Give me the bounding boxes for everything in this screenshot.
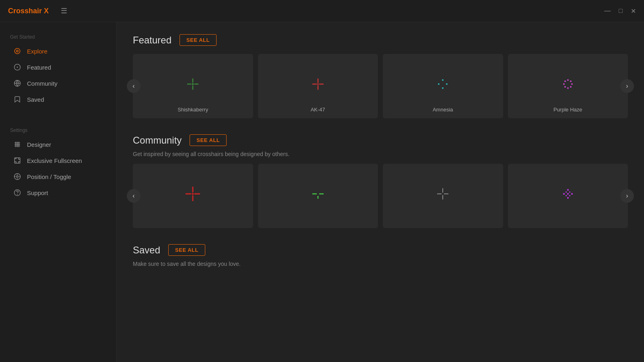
featured-see-all-button[interactable]: SEE ALL (180, 34, 217, 46)
svg-point-40 (571, 83, 573, 85)
community-title: Community (133, 135, 182, 146)
svg-rect-65 (566, 195, 567, 196)
svg-rect-58 (567, 189, 569, 191)
sidebar-item-label: Position / Toggle (27, 173, 71, 180)
window-controls: — □ ✕ (604, 7, 636, 15)
community-prev-button[interactable]: ‹ (127, 189, 140, 203)
maximize-button[interactable]: □ (619, 7, 623, 14)
saved-see-all-button[interactable]: SEE ALL (168, 244, 205, 256)
close-button[interactable]: ✕ (631, 7, 636, 15)
sidebar-item-label: Featured (27, 64, 51, 71)
svg-point-41 (564, 80, 566, 82)
featured-card-ak47[interactable]: AK-47 (258, 54, 378, 118)
titlebar: Crosshair X ☰ — □ ✕ (0, 0, 644, 22)
sidebar-item-label: Exclusive Fullscreen (27, 157, 82, 164)
sidebar-item-label: Designer (27, 141, 51, 148)
featured-card-purple-haze[interactable]: Purple Haze (508, 54, 628, 118)
sidebar-item-label: Support (27, 189, 48, 196)
svg-point-3 (17, 67, 18, 68)
featured-next-button[interactable]: › (620, 79, 634, 93)
featured-card-amnesia[interactable]: Amnesia (383, 54, 503, 118)
featured-card-shishkaberry[interactable]: Shishkaberry (133, 54, 253, 118)
svg-rect-59 (567, 197, 569, 199)
card-label: AK-47 (311, 107, 325, 113)
sidebar-item-label: Saved (27, 96, 44, 103)
svg-point-43 (564, 86, 566, 88)
get-started-label: Get Started (0, 30, 116, 43)
support-icon (13, 189, 21, 197)
designer-icon (13, 140, 21, 148)
position-icon (13, 173, 21, 181)
featured-icon (13, 63, 21, 71)
svg-point-14 (17, 176, 19, 178)
svg-point-35 (438, 83, 440, 85)
app-title: Crosshair X (8, 7, 49, 15)
featured-title: Featured (133, 35, 171, 46)
svg-rect-64 (569, 191, 570, 193)
svg-point-20 (17, 194, 18, 194)
community-description: Get inspired by seeing all crosshairs be… (133, 151, 628, 157)
svg-rect-60 (563, 193, 565, 195)
main-content: Featured SEE ALL ‹ Shishkaberry (117, 22, 644, 362)
svg-point-44 (570, 86, 572, 88)
explore-icon (13, 47, 21, 55)
community-icon (13, 79, 21, 87)
sidebar-item-explore[interactable]: Explore (3, 43, 113, 59)
svg-point-34 (442, 87, 444, 89)
svg-point-39 (563, 83, 565, 85)
featured-carousel: ‹ Shishkaberry (133, 54, 628, 118)
sidebar-item-featured[interactable]: Featured (3, 59, 113, 75)
featured-cards: Shishkaberry AK-47 (133, 54, 628, 118)
sidebar-item-label: Community (27, 80, 58, 87)
svg-point-33 (442, 79, 444, 81)
svg-rect-62 (567, 193, 569, 195)
community-card-2[interactable] (258, 164, 378, 228)
svg-point-0 (14, 48, 20, 54)
svg-point-38 (567, 87, 569, 89)
sidebar-item-community[interactable]: Community (3, 75, 113, 91)
community-see-all-button[interactable]: SEE ALL (190, 134, 227, 146)
saved-section-header: Saved SEE ALL (133, 244, 628, 256)
sidebar-item-label: Explore (27, 48, 47, 55)
svg-point-36 (446, 83, 448, 85)
community-section-header: Community SEE ALL (133, 134, 628, 146)
svg-rect-61 (571, 193, 573, 195)
community-carousel: ‹ (133, 164, 628, 228)
community-cards (133, 164, 628, 228)
community-card-1[interactable] (133, 164, 253, 228)
svg-rect-66 (569, 195, 570, 196)
sidebar: Get Started Explore Featured (0, 22, 117, 362)
sidebar-item-position-toggle[interactable]: Position / Toggle (3, 169, 113, 185)
svg-point-1 (17, 50, 19, 52)
minimize-button[interactable]: — (604, 7, 611, 14)
fullscreen-icon (13, 156, 21, 165)
hamburger-icon[interactable]: ☰ (61, 6, 67, 15)
saved-description: Make sure to save all the designs you lo… (133, 261, 628, 267)
community-card-3[interactable] (383, 164, 503, 228)
card-label: Amnesia (433, 107, 453, 113)
sidebar-item-support[interactable]: Support (3, 185, 113, 201)
saved-icon (13, 95, 21, 103)
sidebar-item-designer[interactable]: Designer (3, 136, 113, 152)
sidebar-item-saved[interactable]: Saved (3, 91, 113, 107)
svg-point-42 (570, 80, 572, 82)
sidebar-item-exclusive-fullscreen[interactable]: Exclusive Fullscreen (3, 152, 113, 169)
featured-section-header: Featured SEE ALL (133, 34, 628, 46)
svg-point-37 (567, 79, 569, 81)
community-next-button[interactable]: › (620, 189, 634, 203)
community-card-4[interactable] (508, 164, 628, 228)
card-label: Purple Haze (553, 107, 582, 113)
featured-prev-button[interactable]: ‹ (127, 79, 140, 93)
settings-label: Settings (0, 123, 116, 136)
saved-title: Saved (133, 245, 160, 256)
svg-rect-63 (566, 191, 567, 193)
card-label: Shishkaberry (178, 107, 208, 113)
